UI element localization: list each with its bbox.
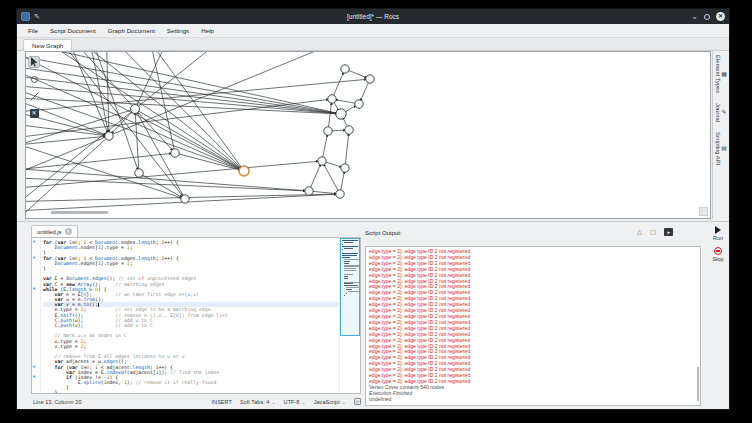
menu-item-settings[interactable]: Settings [161, 27, 195, 34]
graph-edge[interactable] [135, 109, 175, 153]
editor-statusbar: Line 13, Column 20 INSERT Soft Tabs: 4⌄ … [31, 394, 361, 409]
side-tab-journal[interactable]: ✎Journal [715, 103, 726, 122]
run-button[interactable]: Run [705, 226, 730, 241]
graph-edge[interactable] [26, 122, 109, 136]
graph-node[interactable] [336, 109, 346, 119]
script-output-title: Script Output: [365, 230, 402, 236]
side-tab-label: Element Types [715, 55, 721, 93]
graph-edge[interactable] [146, 52, 175, 153]
fold-margin: ▾▾▾▾▾ [32, 238, 41, 393]
code-line[interactable]: } [43, 390, 339, 393]
graph-node-selected[interactable] [239, 166, 249, 176]
graph-node[interactable] [336, 190, 344, 198]
graph-node[interactable] [341, 65, 349, 73]
run-controls: Run Stop [705, 226, 730, 268]
language-select[interactable]: JavaScript⌄ [314, 399, 346, 405]
output-toolbar: △ ▢ ▸ [637, 228, 673, 236]
output-line: undefined [369, 397, 697, 403]
window-title: [untitled]* — Rocs [17, 13, 729, 20]
menu-item-graph-document[interactable]: Graph Document [102, 27, 161, 34]
graph-node[interactable] [345, 126, 353, 134]
tab-close-icon[interactable]: ✕ [65, 228, 72, 235]
graph-canvas[interactable]: ✕ [25, 51, 711, 219]
side-panel-tabs: ▦Element Types✎Journal▤Scripting API [712, 51, 729, 219]
graph-edge[interactable] [26, 136, 109, 147]
close-button[interactable]: ✕ [716, 12, 725, 21]
fold-arrow-icon[interactable]: ▾ [33, 364, 35, 369]
stop-button[interactable]: Stop [705, 247, 730, 262]
side-tab-scripting-api[interactable]: ▤Scripting API [715, 132, 727, 165]
menu-item-script-document[interactable]: Script Document [44, 27, 102, 34]
graph-edge[interactable] [328, 99, 332, 131]
fold-arrow-icon[interactable]: ▾ [33, 255, 35, 260]
graph-node[interactable] [171, 149, 179, 157]
graph-node[interactable] [324, 127, 332, 135]
add-edge-tool[interactable] [28, 90, 40, 102]
graph-node[interactable] [318, 157, 326, 165]
maximize-button[interactable] [704, 14, 710, 20]
tab-width-select[interactable]: Soft Tabs: 4⌄ [240, 399, 276, 405]
side-tab-label: Scripting API [715, 132, 721, 165]
graph-edge[interactable] [309, 161, 322, 191]
fold-arrow-icon[interactable]: ▾ [33, 286, 35, 291]
side-tab-label: Journal [715, 103, 721, 122]
scripting-api-icon: ▤ [721, 144, 727, 151]
menubar: FileScript DocumentGraph DocumentSetting… [17, 24, 729, 38]
graph-node[interactable] [366, 75, 374, 83]
graph-toolbar: ✕ [28, 56, 42, 119]
program-output-icon[interactable]: ▢ [650, 228, 656, 236]
graph-node[interactable] [305, 187, 313, 195]
graph-edge[interactable] [56, 52, 244, 171]
menu-item-file[interactable]: File [22, 27, 44, 34]
add-node-tool[interactable] [28, 73, 40, 85]
line-icon [30, 92, 39, 101]
script-output-console[interactable]: edge.type = 2): edge type ID 2 not regis… [365, 246, 701, 406]
chevron-down-icon: ⌄ [301, 399, 305, 405]
graph-edge[interactable] [26, 161, 322, 190]
titlebar[interactable]: ✎ [untitled]* — Rocs ⌄ ✕ [17, 9, 729, 24]
fold-arrow-icon[interactable]: ▾ [33, 239, 35, 244]
graph-node[interactable] [181, 195, 189, 203]
graph-edge[interactable] [309, 191, 340, 194]
graph-edge[interactable] [332, 69, 345, 99]
cursor-icon [30, 57, 38, 67]
delete-tool[interactable]: ✕ [28, 107, 40, 119]
graph-node[interactable] [135, 169, 143, 177]
graph-svg [26, 52, 711, 219]
graph-edge[interactable] [345, 130, 349, 168]
canvas-horizontal-scrollbar[interactable] [51, 211, 108, 214]
debug-output-icon[interactable]: △ [637, 228, 642, 236]
canvas-scroll-corner [699, 207, 708, 216]
side-tab-element-types[interactable]: ▦Element Types [715, 55, 727, 93]
graph-edge[interactable] [26, 74, 341, 114]
graph-node[interactable] [105, 132, 113, 140]
graph-node[interactable] [355, 100, 363, 108]
chevron-down-icon: ⌄ [342, 399, 346, 405]
menu-item-help[interactable]: Help [195, 27, 220, 34]
output-scrollbar[interactable] [697, 367, 699, 401]
encoding-select[interactable]: UTF-8⌄ [284, 399, 306, 405]
graph-node[interactable] [328, 95, 336, 103]
console-toggle-icon[interactable]: ▸ [664, 228, 673, 236]
code-editor[interactable]: ▾▾▾▾▾ for (var i=0; i < Document.nodes.l… [31, 237, 361, 394]
code-area[interactable]: for (var i=0; i < Document.nodes.length;… [41, 238, 339, 393]
bottom-section: untitled.js ✕ ▾▾▾▾▾ for (var i=0; i < Do… [17, 221, 730, 410]
editor-tab[interactable]: untitled.js ✕ [31, 225, 78, 237]
minimize-button[interactable]: ⌄ [691, 13, 698, 21]
editor-settings-icon[interactable]: ▤ [354, 398, 361, 405]
circle-icon [31, 76, 38, 83]
rocs-window: ✎ [untitled]* — Rocs ⌄ ✕ FileScript Docu… [16, 8, 730, 410]
cursor-position: Line 13, Column 20 [33, 399, 82, 405]
select-tool[interactable] [28, 56, 40, 68]
delete-icon: ✕ [30, 109, 39, 118]
editor-tab-label: untitled.js [37, 226, 62, 238]
minimap-viewport[interactable] [340, 238, 360, 336]
graph-edge[interactable] [26, 167, 309, 191]
graph-edge[interactable] [26, 153, 175, 172]
tab-new-graph[interactable]: New Graph [23, 39, 72, 51]
insert-mode[interactable]: INSERT [212, 399, 232, 405]
editor-minimap[interactable] [339, 238, 360, 393]
graph-node[interactable] [341, 164, 349, 172]
graph-node[interactable] [131, 105, 140, 114]
fold-arrow-icon[interactable]: ▾ [33, 374, 35, 379]
